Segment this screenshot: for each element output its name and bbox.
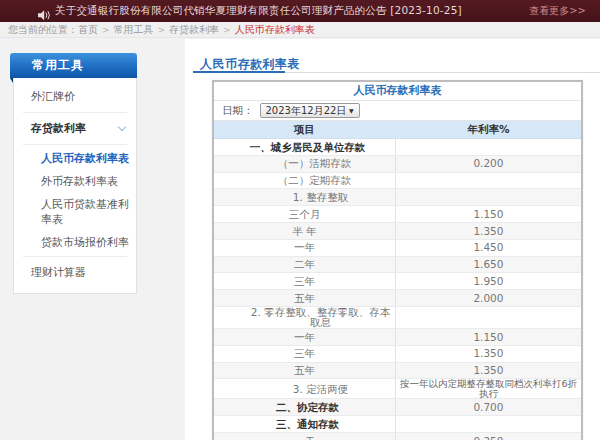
table-cell-rate bbox=[395, 416, 581, 433]
title-underline-accent bbox=[193, 71, 285, 73]
table-cell-rate: 1.350 bbox=[395, 345, 581, 362]
sidebar-item-理财计算器[interactable]: 理财计算器 bbox=[14, 259, 136, 286]
table-title: 人民币存款利率表 bbox=[214, 82, 581, 101]
breadcrumb-item[interactable]: 存贷款利率 bbox=[169, 24, 219, 35]
table-row: 1. 整存整取 bbox=[214, 189, 581, 206]
table-cell-item: 三个月 bbox=[214, 206, 395, 223]
table-cell-item: （二）定期存款 bbox=[214, 172, 395, 189]
column-header-rate: 年利率% bbox=[395, 121, 581, 139]
breadcrumb-separator: > bbox=[102, 25, 110, 35]
table-cell-item: 一年 bbox=[214, 239, 395, 256]
table-cell-item: 三年 bbox=[214, 345, 395, 362]
sidebar-divider bbox=[23, 144, 127, 145]
breadcrumb: 您当前的位置：首页>常用工具>存贷款利率>人民币存款利率表 bbox=[0, 22, 600, 38]
sidebar-item-贷款市场报价利率[interactable]: 贷款市场报价利率 bbox=[14, 231, 136, 254]
table-row: 半 年1.350 bbox=[214, 222, 581, 239]
table-cell-rate bbox=[395, 306, 581, 328]
sidebar-divider bbox=[23, 112, 127, 113]
table-cell-rate bbox=[395, 189, 581, 206]
table-cell-item: 3. 定活两便 bbox=[214, 379, 395, 399]
table-cell-rate: 1.350 bbox=[395, 222, 581, 239]
table-cell-item: 五年 bbox=[214, 290, 395, 307]
table-row: 三个月1.150 bbox=[214, 206, 581, 223]
table-row: （一）活期存款0.200 bbox=[214, 155, 581, 172]
table-row: 五年1.350 bbox=[214, 362, 581, 379]
table-cell-rate: 0.250 bbox=[395, 432, 581, 440]
table-row: 3. 定活两便按一年以内定期整存整取同档次利率打6折执行 bbox=[214, 379, 581, 399]
table-cell-item: 二、协定存款 bbox=[214, 399, 395, 416]
table-cell-item: 三年 bbox=[214, 273, 395, 290]
breadcrumb-item[interactable]: 常用工具 bbox=[114, 24, 154, 35]
sidebar-item-人民币贷款基准利率表[interactable]: 人民币贷款基准利率表 bbox=[14, 193, 136, 231]
breadcrumb-separator: > bbox=[223, 25, 231, 35]
table-cell-item: 一、城乡居民及单位存款 bbox=[214, 139, 395, 156]
breadcrumb-label: 您当前的位置： bbox=[8, 24, 78, 35]
table-cell-rate: 1.650 bbox=[395, 256, 581, 273]
date-row: 日期： 2023年12月22日 ▼ bbox=[214, 101, 581, 121]
sidebar-divider bbox=[23, 256, 127, 257]
table-cell-rate bbox=[395, 139, 581, 156]
table-cell-item: 1. 整存整取 bbox=[214, 189, 395, 206]
table-row: 2. 零存整取、整存零取、存本取息 bbox=[214, 306, 581, 328]
table-row: （二）定期存款 bbox=[214, 172, 581, 189]
column-header-item: 项目 bbox=[214, 121, 395, 139]
table-row: 三年1.350 bbox=[214, 345, 581, 362]
sidebar: 常用工具 外汇牌价存贷款利率人民币存款利率表外币存款利率表人民币贷款基准利率表贷… bbox=[10, 53, 137, 294]
announcement-text[interactable]: 关于交通银行股份有限公司代销华夏理财有限责任公司理财产品的公告 [2023-10… bbox=[55, 4, 462, 18]
table-row: 二年1.650 bbox=[214, 256, 581, 273]
sidebar-fold-decoration bbox=[10, 78, 13, 83]
table-row: 三、通知存款 bbox=[214, 416, 581, 433]
table-cell-rate bbox=[395, 172, 581, 189]
table-row: 三年1.950 bbox=[214, 273, 581, 290]
table-cell-rate: 0.200 bbox=[395, 155, 581, 172]
table-row: 一天0.250 bbox=[214, 432, 581, 440]
table-cell-rate: 1.450 bbox=[395, 239, 581, 256]
breadcrumb-item[interactable]: 人民币存款利率表 bbox=[235, 24, 315, 35]
breadcrumb-separator: > bbox=[158, 25, 166, 35]
sidebar-menu: 外汇牌价存贷款利率人民币存款利率表外币存款利率表人民币贷款基准利率表贷款市场报价… bbox=[13, 78, 137, 294]
table-cell-rate: 1.350 bbox=[395, 362, 581, 379]
table-cell-rate: 按一年以内定期整存整取同档次利率打6折执行 bbox=[395, 379, 581, 399]
table-cell-rate: 1.150 bbox=[395, 328, 581, 345]
table-row: 五年2.000 bbox=[214, 290, 581, 307]
breadcrumb-item[interactable]: 首页 bbox=[78, 24, 98, 35]
date-select-value: 2023年12月22日 bbox=[266, 104, 347, 118]
table-cell-rate: 1.150 bbox=[395, 206, 581, 223]
table-cell-item: 五年 bbox=[214, 362, 395, 379]
sidebar-item-外币存款利率表[interactable]: 外币存款利率表 bbox=[14, 170, 136, 193]
table-cell-item: 一天 bbox=[214, 432, 395, 440]
table-cell-rate: 2.000 bbox=[395, 290, 581, 307]
rate-table-box: 人民币存款利率表 日期： 2023年12月22日 ▼ 项目 年利率% 一、城乡居… bbox=[212, 80, 583, 440]
table-row: 一年1.150 bbox=[214, 328, 581, 345]
sidebar-item-存贷款利率[interactable]: 存贷款利率 bbox=[14, 115, 136, 142]
dropdown-arrow-icon: ▼ bbox=[349, 107, 354, 114]
table-row: 一年1.450 bbox=[214, 239, 581, 256]
table-cell-item: 一年 bbox=[214, 328, 395, 345]
sidebar-title: 常用工具 bbox=[10, 53, 137, 78]
table-cell-item: （一）活期存款 bbox=[214, 155, 395, 172]
chevron-down-icon bbox=[118, 123, 126, 131]
date-label: 日期： bbox=[222, 104, 254, 118]
table-cell-item: 2. 零存整取、整存零取、存本取息 bbox=[214, 306, 395, 328]
sidebar-item-人民币存款利率表[interactable]: 人民币存款利率表 bbox=[14, 147, 136, 170]
table-cell-item: 三、通知存款 bbox=[214, 416, 395, 433]
table-cell-rate: 1.950 bbox=[395, 273, 581, 290]
table-cell-rate: 0.700 bbox=[395, 399, 581, 416]
announcement-bar: 关于交通银行股份有限公司代销华夏理财有限责任公司理财产品的公告 [2023-10… bbox=[0, 0, 600, 22]
view-more-link[interactable]: 查看更多>> bbox=[529, 0, 586, 22]
sidebar-item-外汇牌价[interactable]: 外汇牌价 bbox=[14, 83, 136, 110]
table-header-row: 项目 年利率% bbox=[214, 121, 581, 139]
table-row: 一、城乡居民及单位存款 bbox=[214, 139, 581, 156]
table-cell-item: 半 年 bbox=[214, 222, 395, 239]
rates-table: 项目 年利率% 一、城乡居民及单位存款（一）活期存款0.200（二）定期存款1.… bbox=[214, 121, 581, 440]
table-cell-item: 二年 bbox=[214, 256, 395, 273]
date-select[interactable]: 2023年12月22日 ▼ bbox=[260, 103, 360, 118]
table-row: 二、协定存款0.700 bbox=[214, 399, 581, 416]
